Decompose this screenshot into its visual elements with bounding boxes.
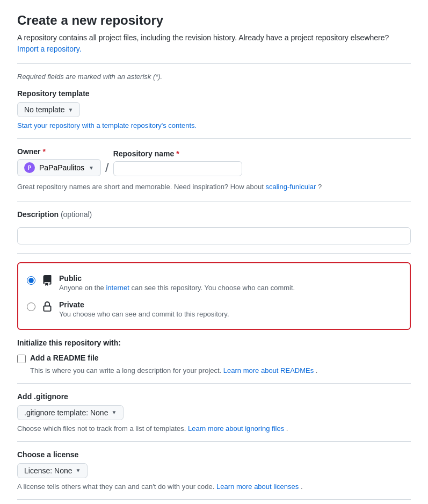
divider-license xyxy=(17,499,411,500)
private-radio[interactable] xyxy=(27,303,35,311)
repo-name-field-group: Repository name * xyxy=(113,149,242,176)
license-section: Choose a license License: None ▼ A licen… xyxy=(17,450,411,491)
repo-name-input[interactable] xyxy=(113,161,242,176)
owner-field-group: Owner * P PaPaPaulitos ▼ xyxy=(17,147,101,176)
divider-top xyxy=(17,63,411,64)
public-option: Public Anyone on the internet can see th… xyxy=(27,270,401,296)
gitignore-dropdown-text: .gitignore template: None xyxy=(24,408,108,417)
chevron-down-icon: ▼ xyxy=(89,165,94,171)
description-label: Description (optional) xyxy=(17,210,411,219)
page-title: Create a new repository xyxy=(17,13,411,28)
public-radio[interactable] xyxy=(27,276,35,285)
license-label: Choose a license xyxy=(17,450,411,459)
template-dropdown[interactable]: No template ▼ xyxy=(17,102,80,117)
private-option: Private You choose who can see and commi… xyxy=(27,296,401,322)
repo-icon xyxy=(42,275,53,289)
internet-link[interactable]: internet xyxy=(106,284,129,292)
license-hint: A license tells others what they can and… xyxy=(17,483,411,491)
gitignore-section: Add .gitignore .gitignore template: None… xyxy=(17,392,411,433)
private-desc: You choose who can see and commit to thi… xyxy=(59,310,401,318)
license-dropdown-text: License: None xyxy=(24,466,72,475)
public-title: Public xyxy=(59,274,401,283)
public-text: Public Anyone on the internet can see th… xyxy=(59,274,401,292)
description-input[interactable] xyxy=(17,227,411,244)
gitignore-learn-link[interactable]: Learn more about ignoring files xyxy=(188,424,284,433)
divider-gitignore xyxy=(17,441,411,442)
owner-required-star: * xyxy=(42,147,45,156)
gitignore-dropdown[interactable]: .gitignore template: None ▼ xyxy=(17,405,124,420)
chevron-down-icon: ▼ xyxy=(68,107,73,113)
divider-readme xyxy=(17,383,411,384)
chevron-down-icon: ▼ xyxy=(111,409,117,415)
license-learn-link[interactable]: Learn more about licenses xyxy=(216,483,299,491)
owner-dropdown[interactable]: P PaPaPaulitos ▼ xyxy=(17,159,101,176)
private-text: Private You choose who can see and commi… xyxy=(59,300,401,318)
readme-label: Add a README file xyxy=(30,354,99,362)
owner-label: Owner * xyxy=(17,147,101,156)
description-optional: (optional) xyxy=(61,210,92,219)
readme-checkbox[interactable] xyxy=(17,355,26,363)
owner-repo-row: Owner * P PaPaPaulitos ▼ / Repository na… xyxy=(17,147,411,176)
gitignore-label: Add .gitignore xyxy=(17,392,411,401)
gitignore-hint: Choose which files not to track from a l… xyxy=(17,424,411,433)
repo-name-label: Repository name * xyxy=(113,149,242,158)
divider-template xyxy=(17,138,411,139)
initialize-title: Initialize this repository with: xyxy=(17,339,411,347)
lock-icon xyxy=(42,301,53,315)
import-link[interactable]: Import a repository. xyxy=(17,45,82,53)
page-subtitle: A repository contains all project files,… xyxy=(17,32,411,55)
suggestion-link[interactable]: scaling-funicular xyxy=(265,183,316,191)
repo-name-required-star: * xyxy=(176,149,179,158)
readme-hint: This is where you can write a long descr… xyxy=(30,366,411,375)
template-hint: Start your repository with a template re… xyxy=(17,121,411,129)
visibility-box: Public Anyone on the internet can see th… xyxy=(17,262,411,330)
avatar: P xyxy=(24,162,35,173)
chevron-down-icon: ▼ xyxy=(76,467,81,473)
inspiration-text: Great repository names are short and mem… xyxy=(17,182,411,192)
readme-checkbox-row: Add a README file xyxy=(17,354,411,363)
readme-learn-link[interactable]: Learn more about READMEs xyxy=(223,366,314,375)
divider-owner xyxy=(17,201,411,201)
owner-name: PaPaPaulitos xyxy=(39,163,84,172)
initialize-section: Initialize this repository with: Add a R… xyxy=(17,339,411,375)
license-dropdown[interactable]: License: None ▼ xyxy=(17,463,88,478)
public-desc: Anyone on the internet can see this repo… xyxy=(59,284,401,292)
required-note: Required fields are marked with an aster… xyxy=(17,73,411,81)
private-title: Private xyxy=(59,300,401,309)
template-dropdown-text: No template xyxy=(24,105,64,114)
separator-slash: / xyxy=(105,160,109,176)
template-section-label: Repository template xyxy=(17,89,411,98)
divider-desc xyxy=(17,253,411,254)
